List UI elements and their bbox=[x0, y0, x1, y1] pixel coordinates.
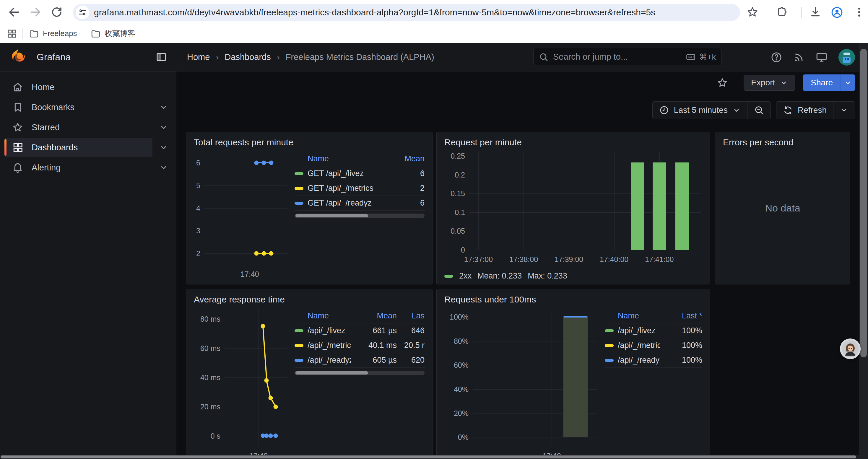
series-swatch[interactable] bbox=[294, 344, 303, 347]
series-swatch[interactable] bbox=[294, 329, 303, 332]
sidebar-item-home[interactable]: Home bbox=[4, 78, 152, 97]
star-icon bbox=[747, 6, 758, 18]
legend-row: GET /api/_/readyz6 bbox=[294, 196, 425, 210]
series-swatch[interactable] bbox=[605, 344, 614, 347]
downloads-button[interactable] bbox=[809, 6, 821, 18]
legend-row: /api/_/metrics100% bbox=[605, 338, 702, 353]
browser-menu-button[interactable] bbox=[853, 6, 865, 18]
panel-title[interactable]: Requests under 100ms bbox=[437, 289, 710, 306]
site-info-button[interactable] bbox=[75, 6, 89, 19]
sidebar-expand-dashboards[interactable] bbox=[159, 143, 168, 152]
extensions-button[interactable] bbox=[776, 6, 788, 18]
bookmarks-bar: Freeleaps 收藏博客 bbox=[0, 24, 868, 43]
breadcrumb-home[interactable]: Home bbox=[187, 52, 210, 62]
browser-back-button[interactable] bbox=[6, 4, 23, 21]
scrollbar-thumb[interactable] bbox=[1, 455, 856, 458]
legend-column-header[interactable]: Mean bbox=[355, 311, 397, 321]
series-swatch[interactable] bbox=[444, 275, 453, 277]
plot-area[interactable] bbox=[224, 309, 287, 446]
series-name[interactable]: /api/_/metrics bbox=[618, 341, 660, 350]
avatar-image bbox=[838, 49, 855, 66]
plot-area[interactable] bbox=[205, 152, 287, 265]
legend-column-header[interactable]: Las bbox=[401, 311, 425, 321]
series-swatch[interactable] bbox=[605, 359, 614, 362]
breadcrumb-dashboards[interactable]: Dashboards bbox=[224, 52, 271, 62]
browser-forward-button[interactable] bbox=[27, 4, 44, 21]
address-bar[interactable]: grafana.mathmast.com/d/deytv4rwavabkb/fr… bbox=[73, 4, 740, 21]
search-input[interactable]: Search or jump to... ⌘+k bbox=[533, 48, 721, 66]
sidebar-item-alerting[interactable]: Alerting bbox=[4, 158, 152, 177]
monitor-icon[interactable] bbox=[815, 51, 828, 64]
plot-area[interactable] bbox=[473, 309, 597, 446]
series-swatch[interactable] bbox=[294, 359, 303, 362]
horizontal-scrollbar[interactable] bbox=[0, 455, 868, 459]
legend-scrollbar[interactable] bbox=[294, 371, 425, 375]
series-swatch[interactable] bbox=[605, 329, 614, 332]
data-point bbox=[269, 161, 273, 165]
download-icon bbox=[809, 6, 821, 18]
share-button[interactable]: Share bbox=[803, 74, 840, 91]
profile-button[interactable] bbox=[831, 6, 843, 19]
bookmark-page-button[interactable] bbox=[747, 6, 758, 18]
series-name[interactable]: 2xx bbox=[459, 271, 471, 281]
gridline-horizontal bbox=[469, 175, 701, 175]
series-name[interactable]: /api/_/readyz bbox=[618, 356, 660, 365]
series-swatch[interactable] bbox=[294, 187, 303, 190]
series-swatch[interactable] bbox=[294, 202, 303, 205]
sidebar-item-dashboards[interactable]: Dashboards bbox=[4, 138, 152, 157]
apps-grid-button[interactable] bbox=[6, 28, 17, 39]
export-button[interactable]: Export bbox=[744, 75, 795, 91]
help-icon[interactable] bbox=[771, 52, 782, 63]
time-range-picker[interactable]: Last 5 minutes bbox=[653, 102, 747, 119]
plot-area[interactable] bbox=[469, 152, 701, 250]
browser-reload-button[interactable] bbox=[49, 4, 65, 21]
series-name[interactable]: GET /api/_/livez bbox=[308, 169, 382, 178]
scrollbar-thumb[interactable] bbox=[860, 49, 867, 357]
legend-column-header[interactable]: Last * bbox=[664, 311, 702, 321]
legend-column-header[interactable]: Mean bbox=[386, 154, 425, 163]
apps-grid-icon bbox=[6, 28, 17, 39]
favorite-star-button[interactable] bbox=[717, 77, 728, 88]
user-avatar[interactable] bbox=[838, 49, 855, 66]
bookmark-folder-blogs[interactable]: 收藏博客 bbox=[91, 28, 135, 39]
vertical-scrollbar[interactable] bbox=[859, 43, 868, 455]
panel-title[interactable]: Request per minute bbox=[437, 132, 710, 149]
brand-name[interactable]: Grafana bbox=[37, 52, 71, 63]
series-name[interactable]: /api/_/readyz bbox=[308, 356, 351, 365]
legend-header-row: NameMeanLas bbox=[294, 309, 425, 323]
legend-scrollbar[interactable] bbox=[294, 214, 425, 218]
series-value: 100% bbox=[664, 341, 702, 350]
series-name[interactable]: GET /api/_/readyz bbox=[308, 198, 382, 208]
chart: 65432 17:40 bbox=[194, 152, 288, 280]
series-name[interactable]: /api/_/metrics bbox=[308, 341, 351, 350]
panel-title[interactable]: Total requests per minute bbox=[186, 132, 432, 149]
sidebar-expand-alerting[interactable] bbox=[159, 163, 168, 172]
series-value: 6 bbox=[386, 198, 425, 208]
grafana-logo[interactable] bbox=[9, 48, 27, 66]
legend-column-header[interactable]: Name bbox=[294, 311, 351, 321]
zoom-out-button[interactable] bbox=[747, 102, 771, 119]
series-value: 2 bbox=[386, 184, 425, 193]
legend-column-header[interactable]: Name bbox=[605, 311, 660, 321]
scrollbar-thumb[interactable] bbox=[296, 214, 368, 218]
url-text[interactable]: grafana.mathmast.com/d/deytv4rwavabkb/fr… bbox=[94, 7, 655, 18]
series-name[interactable]: /api/_/livez bbox=[618, 326, 660, 335]
sidebar-item-starred[interactable]: Starred bbox=[4, 118, 152, 137]
y-axis-label: 0.1 bbox=[455, 208, 465, 217]
share-menu-button[interactable] bbox=[840, 74, 855, 91]
refresh-button[interactable]: Refresh bbox=[776, 102, 833, 119]
sidebar-expand-starred[interactable] bbox=[159, 123, 168, 132]
legend-column-header[interactable]: Name bbox=[294, 154, 382, 163]
series-swatch[interactable] bbox=[294, 172, 303, 175]
bookmark-folder-freeleaps[interactable]: Freeleaps bbox=[29, 29, 77, 39]
floating-assistant-avatar[interactable] bbox=[840, 338, 861, 359]
panel-title[interactable]: Average response time bbox=[186, 289, 432, 306]
sidebar-item-bookmarks[interactable]: Bookmarks bbox=[4, 98, 152, 117]
scrollbar-thumb[interactable] bbox=[296, 371, 368, 374]
refresh-interval-button[interactable] bbox=[833, 102, 855, 119]
sidebar-expand-bookmarks[interactable] bbox=[159, 102, 168, 112]
dock-menu-button[interactable] bbox=[155, 51, 167, 63]
series-name[interactable]: GET /api/_/metrics bbox=[308, 184, 382, 193]
series-name[interactable]: /api/_/livez bbox=[308, 326, 351, 335]
news-rss-icon[interactable] bbox=[793, 52, 805, 63]
